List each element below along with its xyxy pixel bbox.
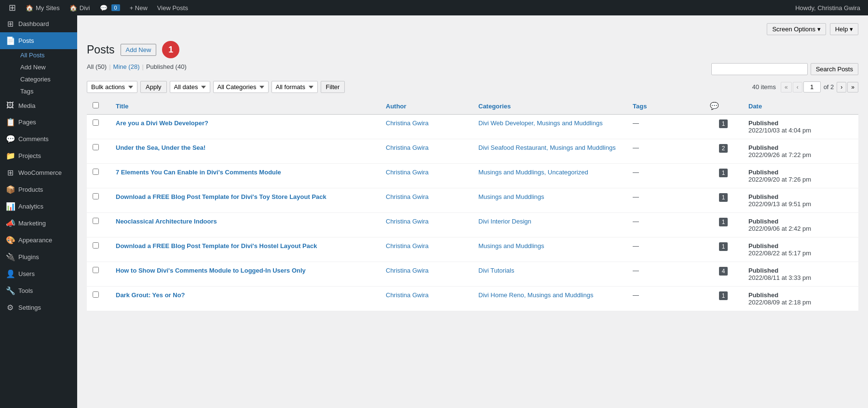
- post-title-link[interactable]: Neoclassical Architecture Indoors: [116, 218, 217, 225]
- post-title-link[interactable]: Download a FREE Blog Post Template for D…: [116, 242, 317, 250]
- all-dates-select[interactable]: All dates: [170, 81, 210, 93]
- search-input[interactable]: [711, 63, 808, 75]
- date-value: 2022/08/22 at 5:17 pm: [748, 250, 811, 257]
- adminbar-mysites[interactable]: 🏠 My Sites: [21, 0, 65, 15]
- author-link[interactable]: Christina Gwira: [386, 144, 429, 151]
- row-checkbox[interactable]: [93, 242, 99, 249]
- sidebar-item-comments[interactable]: 💬 Comments: [0, 131, 77, 147]
- prev-page-button[interactable]: ‹: [793, 82, 802, 92]
- select-all-header: [87, 98, 110, 115]
- apply-button[interactable]: Apply: [140, 81, 167, 93]
- help-button[interactable]: Help ▾: [830, 23, 858, 35]
- post-title-link[interactable]: Are you a Divi Web Developer?: [116, 119, 208, 127]
- category-link[interactable]: Musings and Muddlings, Uncategorized: [478, 169, 588, 176]
- sidebar-item-users[interactable]: 👤 Users: [0, 265, 77, 282]
- category-link[interactable]: Divi Seafood Restaurant, Musings and Mud…: [478, 144, 616, 151]
- row-author-cell: Christina Gwira: [380, 188, 473, 213]
- sidebar-subitem-tags[interactable]: Tags: [15, 85, 77, 97]
- adminbar-new[interactable]: + New: [125, 0, 152, 15]
- date-col-header[interactable]: Date: [743, 98, 858, 115]
- row-comments-cell: 1: [704, 237, 743, 262]
- adminbar-wp-logo[interactable]: ⊞: [4, 0, 21, 15]
- posts-icon: 📄: [6, 36, 14, 45]
- adminbar-divi[interactable]: 🏠 Divi: [65, 0, 95, 15]
- post-title-link[interactable]: How to Show Divi's Comments Module to Lo…: [116, 267, 306, 274]
- filter-link-mine[interactable]: Mine (28): [113, 63, 140, 70]
- sidebar-item-appearance[interactable]: 🎨 Appearance: [0, 232, 77, 249]
- tags-value: —: [633, 193, 639, 200]
- row-checkbox[interactable]: [93, 119, 99, 126]
- sidebar-subitem-categories[interactable]: Categories: [15, 73, 77, 85]
- sidebar-item-settings[interactable]: ⚙ Settings: [0, 299, 77, 316]
- post-title-link[interactable]: Download a FREE Blog Post Template for D…: [116, 193, 326, 200]
- row-date-cell: Published 2022/09/06 at 2:42 pm: [743, 213, 858, 237]
- all-categories-select[interactable]: All Categories: [213, 81, 269, 93]
- sidebar-item-analytics[interactable]: 📊 Analytics: [0, 198, 77, 215]
- sidebar-item-media[interactable]: 🖼 Media: [0, 97, 77, 114]
- adminbar-comments[interactable]: 💬 0: [95, 0, 125, 15]
- toolbar-row: Bulk actions Apply All dates All Categor…: [87, 81, 858, 93]
- filter-link-published[interactable]: Published (40): [146, 63, 187, 70]
- last-page-button[interactable]: »: [847, 82, 858, 92]
- sidebar-subitem-add-new[interactable]: Add New: [15, 61, 77, 73]
- adminbar-view-posts[interactable]: View Posts: [152, 0, 193, 15]
- sidebar-item-posts[interactable]: 📄 Posts: [0, 32, 77, 49]
- row-checkbox[interactable]: [93, 193, 99, 199]
- sidebar-subitem-all-posts[interactable]: All Posts: [15, 49, 77, 61]
- sidebar-item-projects[interactable]: 📁 Projects: [0, 147, 77, 164]
- author-link[interactable]: Christina Gwira: [386, 169, 429, 176]
- sidebar-item-woocommerce[interactable]: ⊞ WooCommerce: [0, 164, 77, 181]
- bulk-actions-select[interactable]: Bulk actions: [87, 81, 137, 93]
- row-checkbox[interactable]: [93, 218, 99, 224]
- items-count: 40 items: [752, 83, 776, 91]
- sidebar-item-plugins[interactable]: 🔌 Plugins: [0, 249, 77, 265]
- page-number-input[interactable]: [803, 81, 821, 92]
- comment-count-badge: 1: [719, 119, 728, 128]
- filter-link-all[interactable]: All (50): [87, 63, 107, 70]
- filter-button[interactable]: Filter: [321, 81, 345, 93]
- row-checkbox-cell: [87, 213, 110, 237]
- row-title-cell: Under the Sea, Under the Sea!: [110, 139, 380, 164]
- author-link[interactable]: Christina Gwira: [386, 218, 429, 225]
- author-link[interactable]: Christina Gwira: [386, 267, 429, 274]
- row-checkbox-cell: [87, 188, 110, 213]
- row-checkbox[interactable]: [93, 144, 99, 150]
- author-link[interactable]: Christina Gwira: [386, 291, 429, 299]
- top-bar-row: All (50) | Mine (28) | Published (40) Se…: [87, 63, 858, 81]
- sidebar-item-products[interactable]: 📦 Products: [0, 181, 77, 198]
- author-link[interactable]: Christina Gwira: [386, 119, 429, 127]
- category-link[interactable]: Divi Tutorials: [478, 267, 514, 274]
- sidebar-item-label: WooCommerce: [18, 169, 62, 176]
- tags-value: —: [633, 267, 639, 274]
- row-checkbox[interactable]: [93, 291, 99, 298]
- divi-label: Divi: [80, 4, 90, 12]
- screen-options-button[interactable]: Screen Options ▾: [767, 23, 826, 35]
- date-value: 2022/09/26 at 7:22 pm: [748, 151, 811, 158]
- title-col-header[interactable]: Title: [110, 98, 380, 115]
- woocommerce-icon: ⊞: [6, 168, 14, 177]
- sidebar-item-marketing[interactable]: 📣 Marketing: [0, 215, 77, 232]
- post-title-link[interactable]: 7 Elements You Can Enable in Divi's Comm…: [116, 169, 281, 176]
- category-link[interactable]: Musings and Muddlings: [478, 242, 544, 250]
- category-link[interactable]: Divi Home Reno, Musings and Muddlings: [478, 291, 593, 299]
- first-page-button[interactable]: «: [781, 82, 792, 92]
- row-checkbox[interactable]: [93, 267, 99, 273]
- add-new-button[interactable]: Add New: [121, 44, 157, 56]
- row-checkbox[interactable]: [93, 169, 99, 175]
- all-formats-select[interactable]: All formats: [271, 81, 318, 93]
- author-link[interactable]: Christina Gwira: [386, 193, 429, 200]
- next-page-button[interactable]: ›: [837, 82, 846, 92]
- author-link[interactable]: Christina Gwira: [386, 242, 429, 250]
- row-comments-cell: 2: [704, 139, 743, 164]
- category-link[interactable]: Divi Interior Design: [478, 218, 531, 225]
- category-link[interactable]: Musings and Muddlings: [478, 193, 544, 200]
- post-title-link[interactable]: Under the Sea, Under the Sea!: [116, 144, 205, 151]
- post-title-link[interactable]: Dark Grout: Yes or No?: [116, 291, 185, 299]
- select-all-checkbox[interactable]: [93, 102, 99, 108]
- filter-links: All (50) | Mine (28) | Published (40): [87, 63, 187, 70]
- sidebar-item-dashboard[interactable]: ⊞ Dashboard: [0, 15, 77, 32]
- sidebar-item-pages[interactable]: 📋 Pages: [0, 114, 77, 131]
- sidebar-item-tools[interactable]: 🔧 Tools: [0, 282, 77, 299]
- search-posts-button[interactable]: Search Posts: [811, 63, 858, 75]
- category-link[interactable]: Divi Web Developer, Musings and Muddling…: [478, 119, 603, 127]
